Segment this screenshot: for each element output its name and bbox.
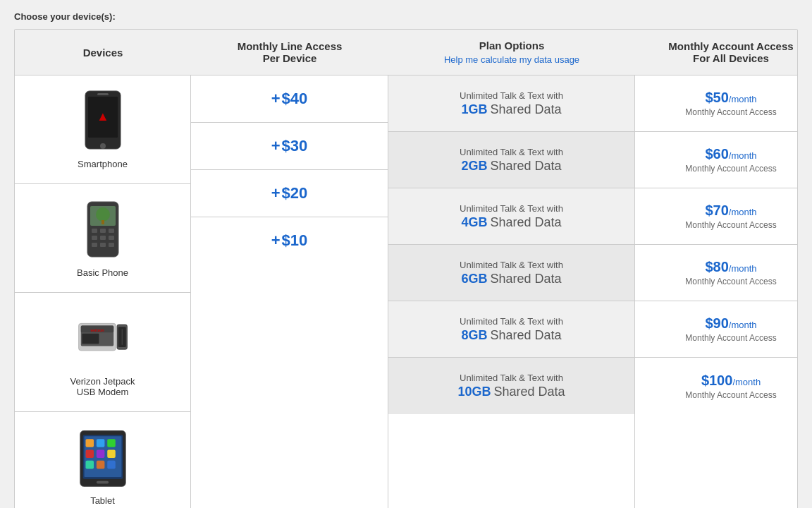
plan-6gb[interactable]: Unlimited Talk & Text with 6GB Shared Da… — [388, 245, 634, 301]
smartphone-price-item: + $40 — [191, 75, 388, 123]
account-90-price: $90 — [705, 315, 728, 331]
calculate-data-link[interactable]: Help me calculate my data usage — [444, 54, 579, 65]
plan-6gb-data: 6GB Shared Data — [462, 272, 562, 286]
account-100-price: $100 — [701, 373, 733, 388]
svg-rect-34 — [85, 449, 94, 458]
svg-rect-17 — [92, 243, 97, 247]
plan-10gb-amount: 10GB — [458, 385, 491, 399]
account-90-price-row: $90/month — [705, 315, 756, 332]
plan-8gb-amount: 8GB — [462, 328, 488, 342]
plan-2gb-subtitle: Unlimited Talk & Text with — [460, 147, 563, 157]
account-50[interactable]: $50/month Monthly Account Access — [635, 75, 798, 132]
svg-rect-32 — [96, 439, 104, 447]
plan-10gb[interactable]: Unlimited Talk & Text with 10GB Shared D… — [388, 358, 634, 414]
tablet-label: Tablet — [90, 495, 115, 506]
plan-8gb[interactable]: Unlimited Talk & Text with 8GB Shared Da… — [388, 301, 634, 358]
tablet-image — [78, 426, 128, 490]
jetpack-price-amount: $20 — [282, 184, 308, 202]
svg-rect-38 — [96, 460, 104, 468]
svg-rect-14 — [92, 236, 97, 240]
plan-10gb-subtitle: Unlimited Talk & Text with — [460, 373, 563, 383]
jetpack-icon: verizon — [78, 314, 128, 363]
svg-rect-40 — [96, 480, 108, 483]
plan-options-header-label: Plan Options — [479, 40, 545, 52]
account-100-price-row: $100/month — [701, 373, 761, 389]
plan-1gb[interactable]: Unlimited Talk & Text with 1GB Shared Da… — [388, 75, 634, 132]
tablet-price-plus: + — [271, 231, 281, 250]
svg-rect-39 — [107, 460, 116, 468]
svg-rect-10 — [102, 220, 104, 224]
plan-1gb-shared: Shared Data — [490, 102, 561, 116]
plan-8gb-subtitle: Unlimited Talk & Text with — [460, 316, 563, 327]
svg-rect-11 — [92, 229, 97, 233]
plan-4gb-data: 4GB Shared Data — [462, 215, 562, 230]
basic-phone-price-plus: + — [271, 137, 281, 155]
svg-rect-18 — [100, 243, 106, 247]
account-70-price-row: $70/month — [705, 202, 756, 219]
plan-options-column: Unlimited Talk & Text with 1GB Shared Da… — [388, 75, 635, 508]
account-60[interactable]: $60/month Monthly Account Access — [635, 132, 798, 188]
account-100[interactable]: $100/month Monthly Account Access — [635, 358, 798, 414]
svg-rect-19 — [109, 243, 114, 247]
account-50-price-row: $50/month — [705, 90, 756, 106]
svg-point-9 — [96, 207, 110, 222]
svg-rect-37 — [85, 460, 94, 468]
jetpack-image: verizon — [78, 307, 128, 370]
basic-phone-label: Basic Phone — [77, 267, 128, 278]
svg-rect-12 — [100, 229, 106, 233]
plan-8gb-data: 8GB Shared Data — [462, 328, 562, 343]
plan-10gb-data: 10GB Shared Data — [458, 385, 565, 399]
svg-rect-16 — [109, 236, 114, 240]
account-100-label: Monthly Account Access — [685, 390, 776, 400]
svg-rect-35 — [96, 449, 104, 458]
jetpack-item: verizon Verizon JetpackUSB Modem — [15, 293, 190, 412]
svg-rect-24 — [82, 334, 99, 344]
plan-1gb-subtitle: Unlimited Talk & Text with — [460, 90, 563, 101]
plan-4gb-amount: 4GB — [462, 215, 488, 229]
svg-rect-31 — [85, 439, 94, 447]
smartphone-price-plus: + — [271, 90, 281, 108]
smartphone-icon: ▲ — [82, 90, 124, 153]
jetpack-price-plus: + — [271, 184, 281, 202]
account-60-label: Monthly Account Access — [685, 164, 776, 174]
smartphone-image: ▲ — [78, 90, 128, 153]
plan-6gb-shared: Shared Data — [490, 272, 561, 286]
account-60-per-month: /month — [729, 150, 757, 161]
account-80-per-month: /month — [729, 263, 757, 274]
account-80-price: $80 — [705, 259, 728, 274]
basic-phone-price-amount: $30 — [282, 137, 308, 155]
tablet-price-item: + $10 — [191, 217, 388, 264]
basic-phone-price-item: + $30 — [191, 123, 388, 170]
svg-text:▲: ▲ — [97, 109, 109, 123]
monthly-account-header-label: Monthly Account AccessFor All Devices — [668, 40, 793, 64]
plan-1gb-data: 1GB Shared Data — [462, 102, 562, 117]
plan-2gb-shared: Shared Data — [490, 159, 561, 173]
devices-column-header: Devices — [15, 30, 191, 75]
plan-1gb-amount: 1GB — [462, 102, 488, 116]
plan-2gb[interactable]: Unlimited Talk & Text with 2GB Shared Da… — [388, 132, 634, 188]
account-50-per-month: /month — [729, 94, 757, 104]
account-50-price: $50 — [705, 90, 728, 105]
account-70-price: $70 — [705, 202, 728, 218]
svg-point-2 — [100, 143, 106, 149]
plan-4gb[interactable]: Unlimited Talk & Text with 4GB Shared Da… — [388, 188, 634, 245]
choose-devices-label: Choose your device(s): — [14, 11, 798, 22]
account-90-per-month: /month — [729, 320, 757, 330]
svg-rect-15 — [100, 236, 106, 240]
account-80[interactable]: $80/month Monthly Account Access — [635, 245, 798, 301]
account-70-label: Monthly Account Access — [685, 220, 776, 230]
account-80-label: Monthly Account Access — [685, 277, 776, 286]
account-70[interactable]: $70/month Monthly Account Access — [635, 188, 798, 245]
plan-8gb-shared: Shared Data — [490, 328, 561, 342]
plan-4gb-shared: Shared Data — [490, 215, 561, 229]
monthly-line-column-header: Monthly Line AccessPer Device — [191, 30, 388, 75]
account-80-price-row: $80/month — [705, 259, 756, 275]
tablet-price-amount: $10 — [282, 231, 308, 250]
monthly-account-column-header: Monthly Account AccessFor All Devices — [635, 30, 798, 75]
basic-phone-item: Basic Phone — [15, 184, 190, 293]
plan-6gb-subtitle: Unlimited Talk & Text with — [460, 260, 563, 270]
account-90[interactable]: $90/month Monthly Account Access — [635, 301, 798, 358]
devices-column: ▲ Smartphone — [15, 75, 191, 508]
account-60-price-row: $60/month — [705, 146, 756, 162]
svg-text:verizon: verizon — [90, 328, 104, 332]
